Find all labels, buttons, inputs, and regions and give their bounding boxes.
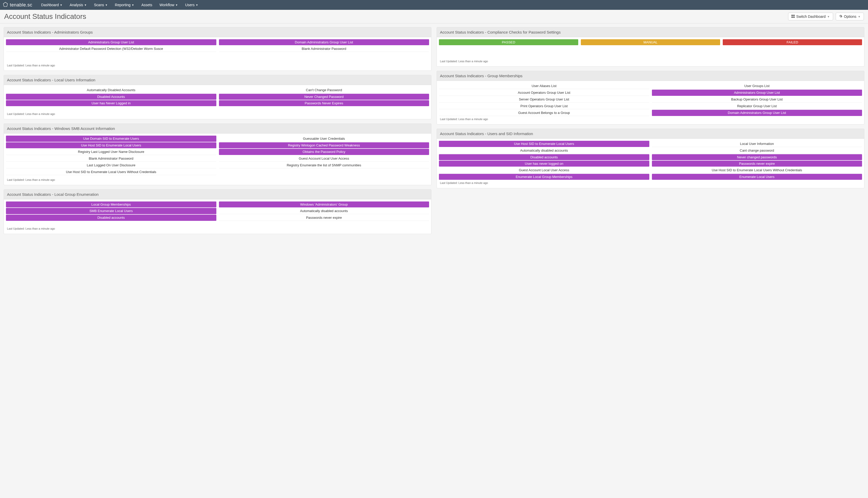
indicator-cell[interactable]: Domain Administrators Group User List: [652, 110, 862, 116]
nav-item-label: Users: [185, 3, 195, 7]
right-column: Account Status Indicators - Compliance C…: [437, 27, 864, 234]
indicator-cell[interactable]: Automatically Disabled Accounts: [6, 87, 216, 93]
indicator-cell[interactable]: Use Host SID to Enumerate Local Users: [439, 141, 649, 147]
indicator-cell[interactable]: Use Host SID to Enumerate Local Users Wi…: [6, 169, 216, 175]
indicator-cell[interactable]: Guest Account Local User Access: [219, 156, 429, 162]
nav-item-assets[interactable]: Assets: [138, 0, 156, 10]
page-title: Account Status Indicators: [4, 12, 86, 21]
dashboard-content: Account Status Indicators - Administrato…: [0, 24, 868, 238]
indicator-cell[interactable]: Domain Administrators Group User List: [219, 39, 429, 45]
indicator-cell[interactable]: Disabled accounts: [6, 215, 216, 221]
indicator-cell[interactable]: Disabled Accounts: [6, 94, 216, 100]
panel-admin-groups: Account Status Indicators - Administrato…: [4, 27, 431, 71]
indicator-cell[interactable]: Passwords never expire: [219, 215, 429, 221]
indicator-cell[interactable]: Automatically disabled accounts: [439, 147, 649, 154]
indicator-cell[interactable]: Can't Change Password: [219, 87, 429, 93]
indicator-cell[interactable]: User Aliases List: [439, 83, 649, 89]
nav-item-analysis[interactable]: Analysis▼: [66, 0, 90, 10]
nav-item-workflow[interactable]: Workflow▼: [156, 0, 181, 10]
indicator-cell[interactable]: SMB Enumerate Local Users: [6, 208, 216, 214]
nav-item-label: Reporting: [115, 3, 130, 7]
panel-header: Account Status Indicators - Group Member…: [437, 71, 864, 81]
indicator-cell[interactable]: Guessable User Credentials: [219, 135, 429, 142]
nav-item-dashboard[interactable]: Dashboard▼: [38, 0, 66, 10]
compliance-cell-manual[interactable]: MANUAL: [581, 39, 720, 45]
grid-icon: [791, 14, 795, 18]
indicator-cell[interactable]: Passwords Never Expires: [219, 100, 429, 106]
indicator-cell[interactable]: Never changed passwords: [652, 154, 862, 160]
compliance-cell-failed[interactable]: FAILED: [723, 39, 862, 45]
indicator-cell[interactable]: User has never logged on: [439, 161, 649, 167]
chevron-down-icon: ▼: [175, 4, 178, 6]
indicator-cell[interactable]: Registry Winlogon Cached Password Weakne…: [219, 142, 429, 148]
gear-icon: [839, 14, 842, 18]
brand-logo[interactable]: tenable.sc: [3, 2, 32, 8]
indicator-cell[interactable]: Replicator Group User List: [652, 103, 862, 109]
indicator-cell[interactable]: Blank Administrator Password: [6, 156, 216, 162]
indicator-cell[interactable]: Print Operators Group User List: [439, 103, 649, 109]
nav-item-scans[interactable]: Scans▼: [90, 0, 111, 10]
panel-body: Use Domain SID to Enumerate UsersGuessab…: [4, 133, 431, 185]
indicator-cell[interactable]: User has Never Logged in: [6, 100, 216, 106]
indicator-cell[interactable]: Obtains the Password Policy: [219, 149, 429, 155]
indicator-cell[interactable]: Windows 'Administrators' Group: [219, 201, 429, 207]
panel-header: Account Status Indicators - Local Users …: [4, 75, 431, 85]
indicator-cell[interactable]: Account Operators Group User List: [439, 90, 649, 96]
panel-body: Automatically Disabled AccountsCan't Cha…: [4, 85, 431, 119]
nav-item-users[interactable]: Users▼: [181, 0, 202, 10]
indicator-cell[interactable]: Use Host SID to Enumerate Local Users: [6, 142, 216, 148]
indicator-cell[interactable]: Enumerate Local Group Memberships: [439, 174, 649, 180]
indicator-cell[interactable]: Use Domain SID to Enumerate Users: [6, 135, 216, 142]
compliance-cell-passed[interactable]: PASSED: [439, 39, 578, 45]
indicator-cell[interactable]: Never Changed Password: [219, 94, 429, 100]
panel-header: Account Status Indicators - Windows SMB …: [4, 124, 431, 133]
panel-compliance: Account Status Indicators - Compliance C…: [437, 27, 864, 67]
indicator-cell[interactable]: Administrators Group User List: [6, 39, 216, 45]
chevron-down-icon: ▼: [858, 15, 860, 18]
indicator-cell[interactable]: Passwords never expire: [652, 161, 862, 167]
panel-footer: Last Updated: Less than a minute ago: [6, 177, 429, 183]
options-button[interactable]: Options ▼: [836, 13, 864, 21]
page-header: Account Status Indicators Switch Dashboa…: [0, 10, 868, 24]
panel-footer: Last Updated: Less than a minute ago: [6, 111, 429, 117]
indicator-cell[interactable]: User Groups List: [652, 83, 862, 89]
indicator-cell[interactable]: Local User Information: [652, 141, 862, 147]
svg-rect-4: [793, 16, 795, 18]
panel-footer: Last Updated: Less than a minute ago: [439, 58, 862, 64]
indicator-cell[interactable]: Server Operators Group User List: [439, 96, 649, 103]
svg-marker-0: [3, 2, 8, 6]
nav-item-reporting[interactable]: Reporting▼: [111, 0, 138, 10]
indicator-cell[interactable]: Use Host SID to Enumerate Local Users Wi…: [652, 167, 862, 173]
indicator-cell[interactable]: Administrators Group User List: [652, 90, 862, 96]
panel-local-users: Account Status Indicators - Local Users …: [4, 75, 431, 119]
svg-rect-2: [793, 15, 795, 16]
indicator-cell[interactable]: Backup Operators Group User List: [652, 96, 862, 103]
chevron-down-icon: ▼: [827, 15, 830, 18]
indicator-cell[interactable]: Enumerate Local Users: [652, 174, 862, 180]
indicator-cell[interactable]: Blank Administrator Password: [219, 46, 429, 52]
header-actions: Switch Dashboard ▼ Options ▼: [788, 13, 864, 21]
panel-footer: Last Updated: Less than a minute ago: [439, 180, 862, 186]
svg-rect-1: [791, 15, 793, 16]
options-label: Options: [844, 14, 856, 18]
indicator-cell[interactable]: Automatically disabled accounts: [219, 208, 429, 214]
indicator-cell[interactable]: Registry Enumerate the list of SNMP comm…: [219, 162, 429, 168]
svg-rect-3: [791, 16, 793, 18]
indicator-cell[interactable]: Guest Account Belongs to a Group: [439, 110, 649, 116]
indicator-cell[interactable]: Administrator Default Password Detection…: [6, 46, 216, 52]
panel-footer: Last Updated: Less than a minute ago: [6, 63, 429, 68]
indicator-cell[interactable]: Cant change password: [652, 147, 862, 154]
indicator-cell[interactable]: Local Group Memberships: [6, 201, 216, 207]
nav-item-label: Dashboard: [41, 3, 59, 7]
switch-dashboard-button[interactable]: Switch Dashboard ▼: [788, 13, 833, 21]
brand-text: tenable.sc: [10, 2, 32, 8]
indicator-cell[interactable]: Registry Last Logged User Name Disclosur…: [6, 149, 216, 155]
nav-menu: Dashboard▼Analysis▼Scans▼Reporting▼Asset…: [38, 0, 202, 10]
panel-header: Account Status Indicators - Local Group …: [4, 189, 431, 199]
left-column: Account Status Indicators - Administrato…: [4, 27, 431, 234]
indicator-cell[interactable]: Disabled accounts: [439, 154, 649, 160]
indicator-cell[interactable]: Guest Account Local User Access: [439, 167, 649, 173]
nav-item-label: Workflow: [159, 3, 174, 7]
panel-body: Administrators Group User ListDomain Adm…: [4, 37, 431, 70]
indicator-cell[interactable]: Last Logged On User Disclosure: [6, 162, 216, 168]
